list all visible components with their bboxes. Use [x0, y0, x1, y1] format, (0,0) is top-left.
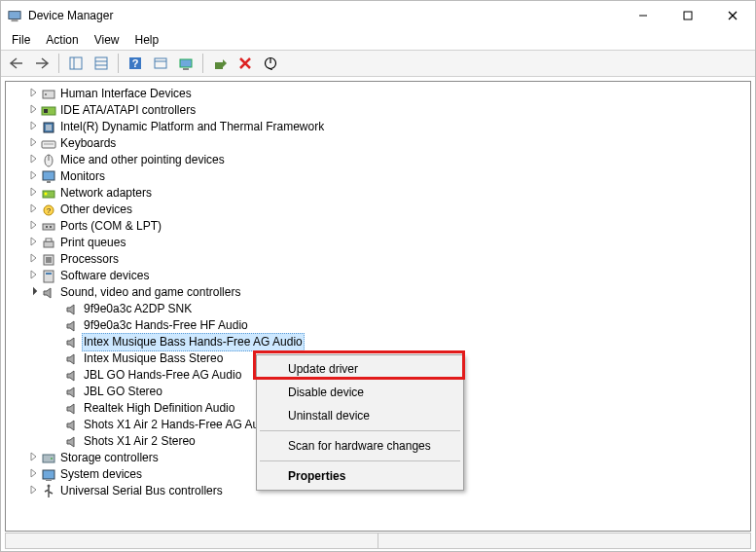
tree-item-label: Software devices — [58, 268, 151, 284]
maximize-button[interactable] — [666, 1, 710, 30]
svg-rect-8 — [95, 57, 107, 69]
svg-point-20 — [45, 93, 47, 95]
scan-hardware-button[interactable] — [174, 53, 198, 74]
tree-item-label: Storage controllers — [58, 450, 161, 466]
tree-category[interactable]: Monitors — [10, 168, 750, 185]
monitor-icon — [41, 169, 56, 185]
tree-device[interactable]: 9f9e0a3c Hands-Free HF Audio — [10, 317, 750, 334]
svg-rect-17 — [215, 62, 223, 69]
svg-rect-15 — [180, 59, 192, 67]
tree-category[interactable]: Software devices — [10, 268, 750, 284]
back-button[interactable] — [5, 53, 28, 74]
svg-rect-43 — [46, 273, 52, 275]
uninstall-device-toolbar-button[interactable] — [234, 53, 257, 74]
svg-rect-38 — [44, 241, 54, 247]
menu-view[interactable]: View — [88, 32, 126, 48]
tree-category[interactable]: ?Other devices — [10, 202, 750, 218]
action-toolbar-button[interactable] — [149, 53, 172, 74]
tree-item-label: Sound, video and game controllers — [58, 284, 242, 301]
tree-category[interactable]: Keyboards — [10, 135, 750, 152]
tree-item-label: Realtek High Definition Audio — [82, 400, 236, 417]
tree-item-label: Print queues — [58, 235, 127, 251]
tree-category[interactable]: Human Interface Devices — [10, 86, 750, 102]
toolbar-separator — [118, 54, 119, 73]
tree-item-label: Processors — [58, 251, 121, 268]
disable-device-toolbar-button[interactable] — [259, 53, 282, 74]
ctx-properties[interactable]: Properties — [259, 464, 461, 488]
menu-help[interactable]: Help — [128, 32, 166, 48]
expand-icon[interactable] — [25, 466, 41, 483]
svg-rect-35 — [43, 224, 54, 230]
other-icon: ? — [41, 202, 56, 218]
minimize-button[interactable] — [621, 1, 666, 30]
tree-item-label: JBL GO Stereo — [82, 384, 164, 400]
menu-file[interactable]: File — [5, 32, 37, 48]
status-pane-left — [6, 534, 378, 548]
svg-rect-6 — [70, 57, 82, 69]
cpu-icon — [41, 252, 56, 268]
toolbar: ? — [1, 50, 755, 77]
tree-item-label: System devices — [58, 466, 144, 483]
ctx-update-driver[interactable]: Update driver — [259, 357, 461, 381]
close-button[interactable] — [710, 1, 755, 30]
tree-item-label: 9f9e0a3c A2DP SNK — [82, 301, 194, 317]
expand-icon[interactable] — [25, 119, 41, 135]
tree-item-label: Ports (COM & LPT) — [58, 218, 163, 235]
app-icon — [7, 8, 22, 23]
tree-device[interactable]: 9f9e0a3c A2DP SNK — [10, 301, 750, 317]
expand-icon[interactable] — [25, 235, 41, 251]
menu-action[interactable]: Action — [39, 32, 85, 48]
printer-icon — [41, 236, 56, 251]
tree-item-label: Mice and other pointing devices — [58, 152, 227, 168]
show-hide-console-tree-button[interactable] — [64, 53, 88, 74]
collapse-icon[interactable] — [25, 284, 41, 301]
expand-icon[interactable] — [25, 152, 41, 168]
tree-category[interactable]: Ports (COM & LPT) — [10, 218, 750, 235]
expand-icon[interactable] — [25, 168, 41, 185]
forward-button[interactable] — [30, 53, 54, 74]
tree-category[interactable]: Mice and other pointing devices — [10, 152, 750, 168]
usb-icon — [41, 484, 56, 499]
tree-item-label: 9f9e0a3c Hands-Free HF Audio — [82, 317, 250, 334]
properties-toolbar-button[interactable] — [90, 53, 113, 74]
tree-category-sound[interactable]: Sound, video and game controllers — [10, 284, 750, 301]
tree-item-label: IDE ATA/ATAPI controllers — [58, 102, 198, 119]
tree-category[interactable]: Processors — [10, 251, 750, 268]
tree-device[interactable]: Intex Musique Bass Hands-Free AG Audio — [10, 334, 750, 350]
ctx-scan-hardware[interactable]: Scan for hardware changes — [259, 434, 461, 458]
storage-icon — [41, 451, 56, 466]
svg-rect-44 — [43, 455, 54, 462]
expand-icon[interactable] — [25, 135, 41, 152]
expand-icon[interactable] — [25, 483, 41, 499]
mouse-icon — [41, 153, 56, 168]
help-button[interactable]: ? — [124, 53, 147, 74]
keyboard-icon — [41, 136, 56, 152]
ctx-separator — [260, 460, 460, 461]
speaker-icon — [41, 285, 56, 301]
expand-icon[interactable] — [25, 218, 41, 235]
expand-icon[interactable] — [25, 102, 41, 119]
expand-icon[interactable] — [25, 185, 41, 202]
software-icon — [41, 269, 56, 284]
expand-icon[interactable] — [25, 268, 41, 284]
tree-category[interactable]: Intel(R) Dynamic Platform and Thermal Fr… — [10, 119, 750, 135]
speaker-icon — [64, 335, 80, 350]
tree-item-label: Shots X1 Air 2 Stereo — [82, 433, 198, 450]
tree-category[interactable]: IDE ATA/ATAPI controllers — [10, 102, 750, 119]
expand-icon[interactable] — [25, 450, 41, 466]
svg-point-36 — [46, 226, 48, 228]
tree-category[interactable]: Print queues — [10, 235, 750, 251]
speaker-icon — [64, 401, 80, 417]
update-driver-toolbar-button[interactable] — [208, 53, 232, 74]
expand-icon[interactable] — [25, 86, 41, 102]
ctx-disable-device[interactable]: Disable device — [259, 381, 461, 404]
speaker-icon — [64, 318, 80, 334]
expand-icon[interactable] — [25, 202, 41, 218]
svg-rect-41 — [46, 257, 52, 263]
expand-icon[interactable] — [25, 251, 41, 268]
ctx-separator — [260, 430, 460, 431]
tree-item-label: JBL GO Hands-Free AG Audio — [82, 367, 243, 384]
window-controls — [621, 1, 755, 30]
tree-category[interactable]: Network adapters — [10, 185, 750, 202]
ctx-uninstall-device[interactable]: Uninstall device — [259, 404, 461, 427]
